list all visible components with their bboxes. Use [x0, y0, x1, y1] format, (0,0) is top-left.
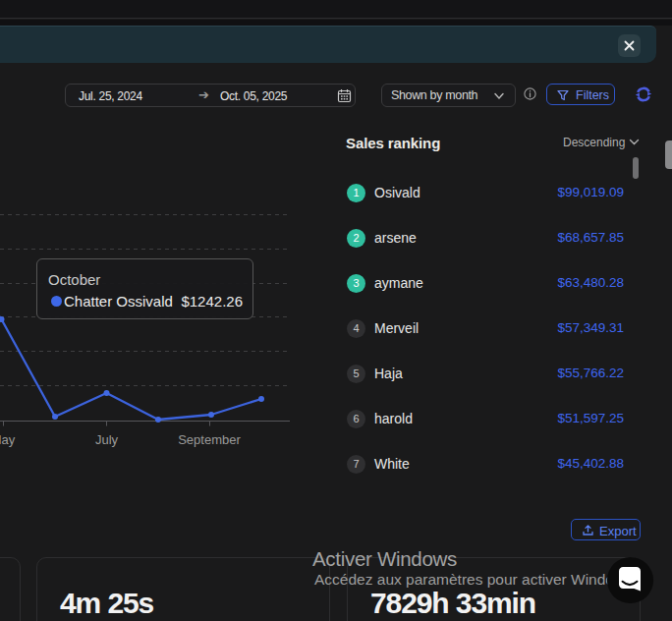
- svg-text:May: May: [0, 432, 16, 447]
- svg-text:September: September: [178, 432, 241, 447]
- svg-text:July: July: [95, 432, 119, 447]
